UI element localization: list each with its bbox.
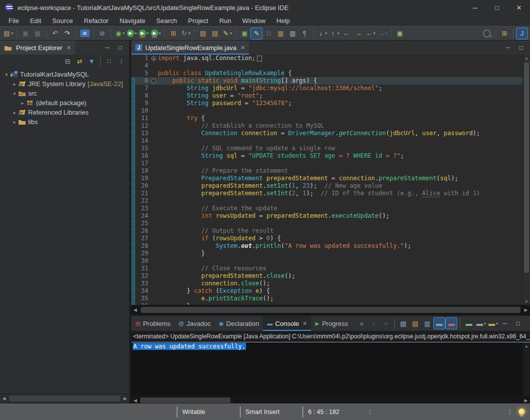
code-line-22[interactable]: 22 [131, 197, 522, 205]
explorer-hscrollbar[interactable]: ◀ ▶ [0, 393, 129, 403]
scroll-thumb[interactable] [524, 63, 529, 273]
fold-collapsed-icon[interactable]: + [151, 56, 156, 61]
maximize-view-button[interactable]: □ [116, 44, 124, 51]
code-line-26[interactable]: 26 // Output the result [131, 227, 522, 235]
tree-item-jre-system-library[interactable]: ▸JRE System Library[JavaSE-22] [0, 79, 129, 89]
next-edit-doc-button[interactable]: ▥ [275, 28, 286, 39]
tab-console[interactable]: ▬Console✕ [263, 316, 311, 331]
scroll-right-icon[interactable]: ▶ [522, 307, 530, 312]
code-line-6[interactable]: 6- public static void main(String[] args… [131, 77, 522, 85]
code-line-18[interactable]: 18 // Prepare the statement [131, 167, 522, 175]
code-line-11[interactable]: 11 try { [131, 115, 522, 122]
coverage-button[interactable]: ▶▾ [138, 28, 149, 39]
show-selected-element-button[interactable]: ∷ [263, 28, 274, 39]
code-line-1[interactable]: 1+import java.sql.Connection; [131, 55, 522, 62]
tab-project-explorer[interactable]: Project Explorer ✕ [0, 41, 75, 55]
code-line-21[interactable]: 21 preparedStatement.setInt(2, 1); // ID… [131, 190, 522, 197]
code-line-17[interactable]: 17 [131, 160, 522, 167]
code-line-14[interactable]: 14 [131, 137, 522, 145]
menu-window[interactable]: Window [237, 16, 271, 26]
clear-console-button[interactable]: ▤ [398, 318, 409, 329]
menu-source[interactable]: Source [47, 16, 78, 26]
code-editor[interactable]: 1+import java.sql.Connection;45public cl… [131, 55, 530, 305]
expander-icon[interactable]: ▾ [3, 72, 10, 77]
editor-hscrollbar[interactable]: ◀ ▶ [131, 305, 530, 315]
scroll-down-icon[interactable]: ▼ [524, 298, 528, 305]
skip-all-breakpoints-button[interactable]: ⊘ [97, 28, 108, 39]
save-button[interactable]: ▣ [20, 28, 31, 39]
code-line-23[interactable]: 23 // Execute the update [131, 205, 522, 212]
view-more-button[interactable]: ⋮ [116, 56, 127, 67]
folded-region-icon[interactable] [257, 56, 262, 62]
menu-help[interactable]: Help [271, 16, 296, 26]
notifications-lightbulb-icon[interactable] [518, 408, 525, 415]
code-line-7[interactable]: 7 String jdbcUrl = "jdbc:mysql://localho… [131, 85, 522, 92]
export-button[interactable]: ▤ [209, 28, 220, 39]
scroll-lock-button[interactable]: ▤ [410, 318, 421, 329]
search-button[interactable] [481, 28, 492, 39]
fold-expanded-icon[interactable]: - [151, 79, 156, 84]
tree-item-referenced-libraries[interactable]: ▸Referenced Libraries [0, 108, 129, 117]
code-line-19[interactable]: 19 PreparedStatement preparedStatement =… [131, 175, 522, 182]
code-line-4[interactable]: 4 [131, 62, 522, 70]
menu-navigate[interactable]: Navigate [114, 16, 151, 26]
open-console-view-button[interactable]: ▬▾ [487, 318, 498, 329]
back-button[interactable]: ←▾ [365, 28, 376, 39]
tab-problems[interactable]: ▤Problems [131, 316, 174, 331]
code-line-30[interactable]: 30 [131, 257, 522, 265]
scroll-right-icon[interactable]: ▶ [522, 398, 530, 403]
minimize-view-button[interactable]: ─ [103, 44, 111, 51]
code-line-34[interactable]: 34 } catch (Exception e) { [131, 287, 522, 295]
forward-button[interactable]: →▾ [377, 28, 388, 39]
show-whitespace-button[interactable]: ¶ [299, 28, 310, 39]
close-icon[interactable]: ✕ [66, 45, 71, 51]
next-annotation-button[interactable]: ↓▾ [317, 28, 328, 39]
run-button[interactable]: ▶▾ [126, 28, 137, 39]
tab-progress[interactable]: ▶Progress [311, 316, 352, 331]
minimize-editor-button[interactable]: ─ [504, 44, 512, 51]
refresh-button[interactable]: ↻▾ [180, 28, 191, 39]
scroll-right-icon[interactable]: ▶ [121, 396, 129, 401]
remove-all-terminated-button[interactable]: × [380, 318, 391, 329]
console-output-area[interactable]: A row was updated successfully. ▲ [131, 342, 530, 396]
expander-icon[interactable]: ▸ [11, 120, 18, 125]
code-line-28[interactable]: 28 System.out.println("A row was updated… [131, 242, 522, 250]
save-all-button[interactable]: ▦ [32, 28, 43, 39]
scroll-left-icon[interactable]: ◀ [131, 307, 139, 312]
menu-search[interactable]: Search [151, 16, 182, 26]
previous-annotation-button[interactable]: ↑▾ [329, 28, 340, 39]
tree-item-libs[interactable]: ▸libs [0, 117, 129, 127]
code-line-25[interactable]: 25 [131, 220, 522, 227]
code-line-12[interactable]: 12 // Establish a connection to MySQL [131, 122, 522, 130]
pin-editor-button[interactable]: ▣ [394, 28, 405, 39]
pin-console-button[interactable]: ▬ [463, 318, 474, 329]
next-edit-location-button[interactable]: → [353, 28, 364, 39]
close-button[interactable]: ✕ [508, 0, 530, 15]
editor-vscrollbar[interactable]: ▲ ▼ [522, 55, 530, 305]
profile-button[interactable]: ▶▾ [150, 28, 161, 39]
open-console-button[interactable]: ≡ [79, 28, 90, 39]
code-line-36[interactable]: 36 } [131, 302, 522, 305]
redo-button[interactable]: ↷ [62, 28, 73, 39]
minimize-view-button[interactable]: ─ [501, 320, 509, 327]
tab-javadoc[interactable]: @Javadoc [174, 316, 215, 331]
tree-item-tutorialkartjavamysql[interactable]: ▾TutorialKartJavaMySQL [0, 70, 129, 79]
display-console-button[interactable]: ▬▾ [475, 318, 486, 329]
open-declaration-button[interactable]: ▥ [287, 28, 298, 39]
show-stdout-button[interactable]: ▬ [434, 318, 445, 329]
scroll-thumb[interactable] [9, 395, 120, 401]
tree-item-src[interactable]: ▾src [0, 89, 129, 98]
view-menu-button[interactable]: ∷ [104, 56, 115, 67]
maximize-editor-button[interactable]: □ [517, 44, 525, 51]
maximize-view-button[interactable]: □ [514, 320, 522, 327]
new-wizard-button[interactable]: ▤▾ [3, 28, 14, 39]
new-java-project-button[interactable]: ⊞ [168, 28, 179, 39]
debug-button[interactable]: ◉▾ [114, 28, 125, 39]
code-line-24[interactable]: 24 int rowsUpdated = preparedStatement.e… [131, 212, 522, 220]
menu-run[interactable]: Run [214, 16, 237, 26]
code-line-16[interactable]: 16 String sql = "UPDATE students SET age… [131, 152, 522, 160]
expander-icon[interactable]: ▸ [11, 82, 18, 87]
scroll-up-icon[interactable]: ▲ [525, 342, 528, 349]
code-line-20[interactable]: 20 preparedStatement.setInt(1, 23); // N… [131, 182, 522, 190]
remove-launch-button[interactable]: × [368, 318, 379, 329]
